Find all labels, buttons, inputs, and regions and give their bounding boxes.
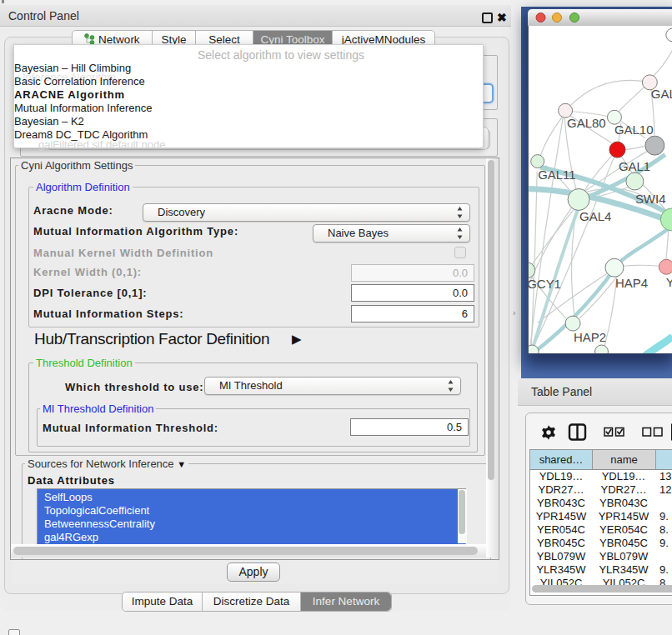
svg-text:HAP2: HAP2 [574, 330, 606, 344]
svg-text:Y: Y [666, 275, 672, 289]
svg-text:SWI4: SWI4 [635, 192, 666, 206]
svg-text:GCY1: GCY1 [528, 277, 561, 291]
svg-text:GAL80: GAL80 [567, 116, 606, 130]
svg-text:GAL: GAL [651, 87, 672, 101]
svg-text:GAL1: GAL1 [619, 159, 650, 173]
svg-text:GAL4: GAL4 [579, 209, 611, 223]
svg-text:HAP4: HAP4 [615, 276, 648, 290]
svg-text:GAL11: GAL11 [538, 168, 575, 182]
svg-text:GAL10: GAL10 [614, 122, 654, 137]
